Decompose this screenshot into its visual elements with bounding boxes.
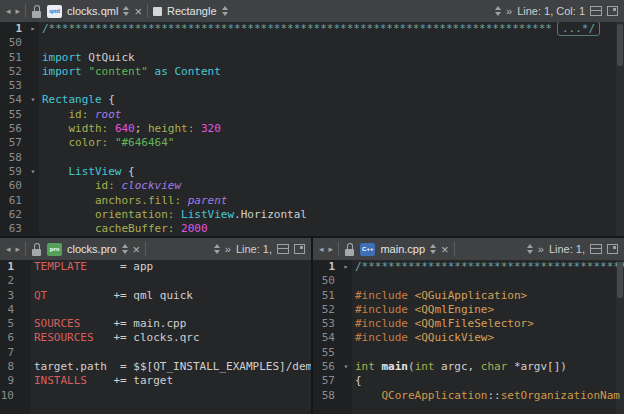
line-number[interactable]: 63 — [0, 222, 27, 236]
overflow-spinner-icon[interactable] — [214, 244, 220, 254]
fold-marker[interactable]: ▾ — [340, 360, 352, 374]
open-in-new-window-icon[interactable] — [607, 244, 618, 254]
vertical-scrollbar[interactable] — [616, 260, 624, 414]
line-number[interactable]: 56 — [313, 360, 340, 374]
line-number[interactable]: 8 — [0, 360, 19, 374]
document-spinner-icon[interactable] — [430, 244, 436, 254]
line-number[interactable]: 5 — [0, 317, 19, 331]
code-line[interactable]: 52#include <QQmlEngine> — [313, 303, 624, 317]
line-number[interactable]: 2 — [0, 274, 19, 288]
overflow-chevron-icon[interactable]: » — [506, 5, 512, 17]
line-number[interactable]: 55 — [0, 108, 27, 122]
split-editor-icon[interactable] — [277, 244, 289, 254]
close-document-button[interactable]: × — [441, 243, 449, 256]
line-number[interactable]: 52 — [0, 65, 27, 79]
overflow-chevron-icon[interactable]: » — [538, 243, 544, 255]
line-number[interactable]: 52 — [313, 303, 340, 317]
close-document-button[interactable]: × — [133, 243, 141, 256]
line-number[interactable]: 59 — [0, 165, 27, 179]
code-line[interactable]: 63 cacheBuffer: 2000 — [0, 222, 624, 236]
code-line[interactable]: 57{ — [313, 374, 624, 388]
line-number[interactable]: 54 — [0, 93, 27, 107]
code-line[interactable]: 59▾ ListView { — [0, 165, 624, 179]
code-line[interactable]: 53#include <QQmlFileSelector> — [313, 317, 624, 331]
line-number[interactable]: 7 — [0, 346, 19, 360]
lock-icon[interactable] — [31, 5, 42, 18]
split-editor-icon[interactable] — [590, 244, 602, 254]
code-line[interactable]: 51#include <QGuiApplication> — [313, 289, 624, 303]
line-number[interactable]: 57 — [313, 374, 340, 388]
back-icon[interactable]: ◂ — [6, 245, 11, 254]
lock-icon[interactable] — [344, 243, 355, 256]
code-line[interactable]: 10 — [0, 389, 311, 403]
line-number[interactable]: 51 — [313, 289, 340, 303]
code-line[interactable]: 55 — [313, 346, 624, 360]
line-number[interactable]: 53 — [0, 79, 27, 93]
code-line[interactable]: 7 — [0, 346, 311, 360]
document-dropdown[interactable]: clocks.pro — [67, 243, 117, 255]
document-spinner-icon[interactable] — [123, 6, 129, 16]
line-number[interactable]: 3 — [0, 289, 19, 303]
line-number[interactable]: 10 — [0, 389, 19, 403]
overflow-spinner-icon[interactable] — [527, 244, 533, 254]
scrollbar-thumb[interactable] — [617, 262, 623, 298]
open-in-new-window-icon[interactable] — [607, 6, 618, 16]
line-number[interactable]: 58 — [0, 151, 27, 165]
forward-icon[interactable]: ▸ — [16, 7, 21, 16]
symbol-dropdown[interactable]: Rectangle — [167, 5, 217, 17]
line-number[interactable]: 60 — [0, 179, 27, 193]
code-line[interactable]: 56▾int main(int argc, char *argv[]) — [313, 360, 624, 374]
overflow-spinner-icon[interactable] — [495, 6, 501, 16]
code-line[interactable]: 8target.path = $$[QT_INSTALL_EXAMPLES]/d… — [0, 360, 311, 374]
code-line[interactable]: 50 — [313, 274, 624, 288]
fold-marker[interactable]: ▸ — [27, 22, 39, 36]
code-line[interactable]: 51import QtQuick — [0, 51, 624, 65]
code-line[interactable]: 58 — [0, 151, 624, 165]
fold-marker[interactable]: ▾ — [27, 165, 39, 179]
lock-icon[interactable] — [31, 243, 42, 256]
overflow-chevron-icon[interactable]: » — [225, 243, 231, 255]
code-line[interactable]: 4 — [0, 303, 311, 317]
code-line[interactable]: 6RESOURCES += clocks.qrc — [0, 331, 311, 345]
code-editor-main-cpp[interactable]: 1▸/*************************************… — [313, 260, 624, 414]
code-line[interactable]: 3QT += qml quick — [0, 289, 311, 303]
forward-icon[interactable]: ▸ — [16, 245, 21, 254]
line-number[interactable]: 58 — [313, 389, 340, 403]
line-number[interactable]: 9 — [0, 374, 19, 388]
split-editor-icon[interactable] — [590, 6, 602, 16]
line-number[interactable]: 61 — [0, 194, 27, 208]
code-line[interactable]: 58 QCoreApplication::setOrganizationNam — [313, 389, 624, 403]
code-line[interactable]: 1▸/*************************************… — [0, 22, 624, 36]
code-line[interactable]: 5SOURCES += main.cpp — [0, 317, 311, 331]
line-number[interactable]: 1 — [0, 260, 19, 274]
vertical-scrollbar[interactable] — [616, 22, 624, 236]
code-line[interactable]: 53 — [0, 79, 624, 93]
code-line[interactable]: 9INSTALLS += target — [0, 374, 311, 388]
line-number[interactable]: 50 — [313, 274, 340, 288]
code-line[interactable]: 61 anchors.fill: parent — [0, 194, 624, 208]
fold-marker[interactable]: ▾ — [27, 93, 39, 107]
code-line[interactable]: 62 orientation: ListView.Horizontal — [0, 208, 624, 222]
document-spinner-icon[interactable] — [122, 244, 128, 254]
code-editor-clocks-qml[interactable]: 1▸/*************************************… — [0, 22, 624, 236]
scrollbar-thumb[interactable] — [617, 24, 623, 66]
line-number[interactable]: 56 — [0, 122, 27, 136]
line-number[interactable]: 1 — [0, 22, 27, 36]
open-in-new-window-icon[interactable] — [294, 244, 305, 254]
line-number[interactable]: 6 — [0, 331, 19, 345]
close-document-button[interactable]: × — [134, 5, 142, 18]
document-dropdown[interactable]: main.cpp — [380, 243, 425, 255]
code-line[interactable]: 54#include <QQuickView> — [313, 331, 624, 345]
code-line[interactable]: 2 — [0, 274, 311, 288]
code-line[interactable]: 1▸/*************************************… — [313, 260, 624, 274]
line-number[interactable]: 1 — [313, 260, 340, 274]
code-editor-clocks-pro[interactable]: 1TEMPLATE = app23QT += qml quick45SOURCE… — [0, 260, 311, 414]
code-line[interactable]: 57 color: "#646464" — [0, 136, 624, 150]
line-number[interactable]: 4 — [0, 303, 19, 317]
code-line[interactable]: 55 id: root — [0, 108, 624, 122]
line-number[interactable]: 54 — [313, 331, 340, 345]
back-icon[interactable]: ◂ — [6, 7, 11, 16]
symbol-spinner-icon[interactable] — [222, 6, 228, 16]
document-dropdown[interactable]: clocks.qml — [67, 5, 118, 17]
code-line[interactable]: 54▾Rectangle { — [0, 93, 624, 107]
